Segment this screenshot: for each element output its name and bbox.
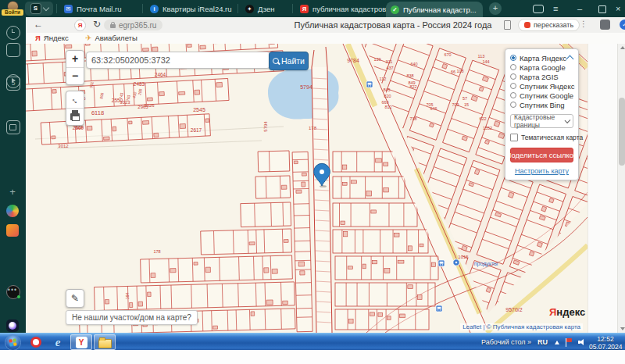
tab-mail[interactable]: ✉ Почта Mail.ru	[59, 0, 147, 17]
extension-icon[interactable]	[600, 20, 610, 30]
layer-label: Спутник Bing	[520, 101, 564, 109]
parcel-label: 622	[479, 116, 486, 121]
printer-icon	[70, 113, 80, 120]
parcel-label: 812	[384, 105, 391, 109]
layer-option-2gis-map[interactable]: Карта 2GIS	[510, 72, 573, 81]
plane-icon: ✈	[85, 34, 91, 42]
chat-icon[interactable]	[533, 5, 544, 13]
taskbar-explorer[interactable]	[94, 334, 116, 350]
tab-ireal[interactable]: i Квартиры iReal24.ru	[145, 0, 242, 17]
customize-map-link[interactable]: Настроить карту	[510, 167, 573, 175]
search-input[interactable]	[86, 52, 270, 69]
tray-expand[interactable]	[555, 334, 559, 351]
parcel-label: 311	[386, 59, 393, 64]
desktop-peek-label[interactable]: Рабочий стол »	[481, 334, 531, 351]
radio-icon	[510, 73, 516, 80]
tab-dzen[interactable]: ✦ Дзен	[241, 0, 298, 17]
antivirus-check-icon[interactable]: ✓	[620, 20, 625, 30]
menu-icon[interactable]: ≡	[553, 3, 558, 14]
alice-assistant-icon[interactable]	[6, 319, 19, 332]
collections-icon[interactable]: 5	[6, 77, 20, 91]
history-icon[interactable]	[6, 26, 20, 40]
language-indicator[interactable]: RU	[538, 334, 548, 351]
boundaries-select[interactable]: Кадастровые границы	[510, 114, 573, 128]
refresh-button[interactable]: ↻	[93, 19, 101, 30]
parcel-label: 738	[409, 116, 416, 121]
parcel-label: 178	[153, 249, 160, 254]
action-center[interactable]	[566, 334, 573, 351]
close-button[interactable]: ×	[616, 3, 620, 14]
thematic-checkbox[interactable]	[510, 134, 518, 141]
bookmarks-bar: Я Яндекс ✈ Авиабилеты	[26, 33, 625, 45]
parcel-label: 2545	[193, 107, 205, 112]
add-widget-icon[interactable]: +	[6, 186, 19, 198]
map-viewport: 9784579457942401246424832550611829653016…	[26, 44, 588, 333]
ie-icon: e	[55, 336, 61, 349]
taskbar-yandex-browser[interactable]: Y	[70, 334, 92, 350]
layer-option-yandex-map[interactable]: Карта Яндекс	[510, 53, 573, 62]
url-text: egrp365.ru	[119, 21, 156, 30]
layer-option-google-map[interactable]: Карта Google	[510, 62, 573, 72]
layer-label: Карта Google	[520, 63, 566, 72]
bookmark-yandex[interactable]: Я Яндекс	[35, 34, 69, 42]
parcel-label: 2617	[191, 127, 202, 133]
draw-pencil-button[interactable]: ✎	[66, 289, 84, 308]
opera-icon	[30, 337, 41, 348]
app-parrot-icon[interactable]	[6, 205, 19, 217]
tray-expand-icon	[555, 341, 559, 344]
screenshot-icon[interactable]	[6, 120, 20, 134]
minimize-button[interactable]: –	[577, 3, 582, 14]
url-field[interactable]: egrp365.ru	[104, 20, 162, 30]
map-tools: ↔	[66, 91, 84, 126]
bookmark-icon[interactable]	[504, 20, 511, 30]
pinned-tab[interactable]: S	[25, 2, 53, 16]
page-scrollbar[interactable]	[617, 44, 625, 333]
scroll-up-icon[interactable]	[620, 46, 625, 49]
fullscreen-button[interactable]: ↔	[66, 91, 84, 108]
taskbar-opera[interactable]	[25, 334, 47, 350]
overflow-menu-icon[interactable]: ⋮	[580, 20, 588, 28]
tab-cadastral-1[interactable]: Я публичная кадастровая	[295, 0, 391, 17]
tabs-panel-icon[interactable]	[6, 43, 20, 57]
signin-badge[interactable]: Войти	[2, 9, 23, 16]
more-icon[interactable]: •••	[6, 286, 19, 298]
zoom-out-button[interactable]: −	[66, 67, 84, 84]
restore-button[interactable]	[598, 5, 606, 13]
parcel-label: 5794	[263, 121, 268, 132]
layer-option-bing-sat[interactable]: Спутник Bing	[510, 100, 573, 109]
search-button-label: Найти	[281, 56, 305, 66]
parcel-label: 2669	[73, 125, 84, 130]
search-icon	[273, 58, 279, 64]
windows-taskbar: e Y Рабочий стол » RU 12:52 05.07.2024	[0, 333, 625, 351]
tab-label: Публичная кадастр...	[403, 5, 477, 14]
parcel-label: 57	[462, 96, 467, 101]
cadastral-map-canvas[interactable]: 9784579457942401246424832550611829653016…	[26, 44, 588, 333]
volume[interactable]	[578, 334, 586, 351]
map-attribution[interactable]: Leaflet | © Публичная кадастровая карта	[460, 323, 583, 330]
not-found-tooltip[interactable]: Не нашли участок/дом на карте?	[66, 310, 198, 325]
share-link-button[interactable]: Поделиться ссылкой	[510, 148, 573, 162]
tab-separator	[56, 4, 57, 13]
yandex-browser-icon: Y	[76, 337, 88, 348]
print-button[interactable]	[66, 108, 84, 125]
parcel-label: 2483	[134, 81, 145, 87]
tab-cadastral-active[interactable]: ✓ Публичная кадастр... ×	[386, 2, 483, 17]
scroll-down-icon[interactable]	[620, 327, 625, 330]
thematic-map-row[interactable]: Тематическая карта	[510, 134, 573, 141]
layer-label: Карта 2GIS	[520, 73, 559, 81]
back-button[interactable]: ←	[34, 19, 43, 30]
taskbar-ie[interactable]: e	[47, 334, 69, 350]
parcel-label: 164	[125, 292, 130, 299]
layer-option-yandex-sat[interactable]: Спутник Яндекс	[510, 81, 573, 91]
scrollbar-thumb[interactable]	[619, 98, 625, 166]
yandex-services-icon[interactable]: Я	[74, 20, 86, 31]
bookmark-avia[interactable]: ✈ Авиабилеты	[85, 34, 138, 42]
retell-button[interactable]: пересказать	[518, 19, 580, 31]
retell-label: пересказать	[534, 21, 573, 29]
layer-option-google-sat[interactable]: Спутник Google	[510, 91, 573, 100]
search-button[interactable]: Найти	[269, 52, 309, 70]
zoom-in-button[interactable]: +	[66, 51, 84, 67]
new-tab-button[interactable]: +	[489, 2, 502, 15]
start-button[interactable]	[5, 334, 21, 351]
app-orange-icon[interactable]	[6, 224, 19, 237]
